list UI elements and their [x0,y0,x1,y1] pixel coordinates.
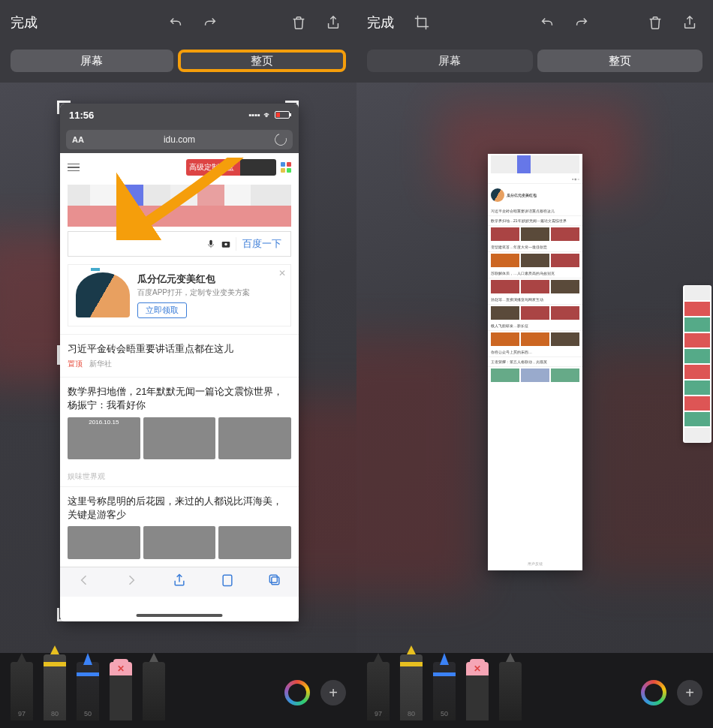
list-item: 你在公众号上买的东西… [488,347,582,357]
marker-tool[interactable]: 80 [44,654,66,720]
right-pane: 完成 屏幕 整页 ● ◉ ○ 瓜分亿元变美红包 习近平金砖会晤重要讲话重点都在这… [356,0,713,728]
clock: 11:56 [69,110,94,121]
tab-screen[interactable]: 屏幕 [11,50,173,72]
svg-point-2 [224,243,227,246]
page-minimap[interactable] [683,285,711,443]
news-title: 这里号称昆明的后花园，来过的人都说比洱海美，关键是游客少 [68,495,291,522]
signal-icon: ▪▪▪▪ [248,110,260,119]
tab-fullpage[interactable]: 整页 [537,50,703,72]
footer-text: 用户反馈 [488,557,582,570]
list-item: 变型建筑首…年度大赏—最佳创意 [488,242,582,252]
undo-icon[interactable] [534,10,560,35]
feed-section-label: 娱味世界观 [60,467,299,486]
top-toolbar: 完成 [0,0,356,45]
logo-blurred [68,185,291,227]
news-title: 习近平金砖会晤重要讲话重点都在这儿 [68,342,291,356]
mic-icon[interactable] [206,239,216,249]
news-source: 新华社 [89,359,112,368]
share-icon[interactable] [172,573,187,591]
crop-icon[interactable] [409,10,435,35]
tab-screen[interactable]: 屏幕 [367,50,533,72]
list-item: 孙赵等…直接演播室与网友互动 [488,295,582,305]
list-item: 习近平金砖会晤重要讲话重点都在这儿 [488,206,582,216]
svg-rect-0 [209,240,212,245]
back-icon[interactable] [77,573,92,591]
promo-card[interactable]: ✕ 瓜分亿元变美红包 百度APP打开，定制专业变美方案 立即领取 [68,264,291,326]
color-picker[interactable] [284,680,310,705]
eraser-tool[interactable]: ✕ [110,662,132,720]
news-thumbnails [68,417,291,459]
eraser-tool[interactable]: ✕ [466,662,489,720]
markup-tools: 97 80 50 ✕ + [356,653,713,728]
svg-rect-4 [272,577,279,585]
status-bar: 11:56 ▪▪▪▪ ᯤ [60,104,299,126]
bookmarks-icon[interactable] [220,573,235,591]
fullpage-preview[interactable]: ● ◉ ○ 瓜分亿元变美红包 习近平金砖会晤重要讲话重点都在这儿 数学界扫地…2… [488,154,582,570]
done-button[interactable]: 完成 [11,14,38,32]
trash-icon[interactable] [286,10,311,35]
highlighter-tool[interactable]: 50 [77,662,99,720]
wifi-icon: ᯤ [263,110,272,119]
menu-icon[interactable] [68,164,80,172]
list-item: 数学界扫地…21年默默无闻一篇论文震惊世界 [488,216,582,226]
tab-fullpage[interactable]: 整页 [178,50,347,72]
share-icon[interactable] [320,10,346,35]
safari-toolbar [60,567,299,597]
left-pane: 完成 屏幕 整页 11:56 ▪▪▪▪ ᯤ [0,0,356,728]
marker-tool[interactable]: 80 [400,654,423,720]
trash-icon[interactable] [642,10,668,35]
browser-url-bar: AA idu.com [60,126,299,153]
tabs-icon[interactable] [267,573,282,591]
news-item[interactable]: 这里号称昆明的后花园，来过的人都说比洱海美，关键是游客少 [60,486,299,567]
undo-icon[interactable] [163,10,188,35]
top-toolbar: 完成 [356,0,713,45]
news-item[interactable]: 习近平金砖会晤重要讲话重点都在这儿 置顶 新华社 [60,334,299,377]
home-indicator [137,614,223,617]
battery-icon [275,111,290,119]
url-text: idu.com [90,134,269,145]
news-title: 数学界扫地僧，21年默默无闻一篇论文震惊世界，杨振宁：我看好你 [68,385,291,412]
promo-title: 瓜分亿元变美红包 [137,272,283,286]
reload-icon[interactable] [272,131,289,148]
list-item: 苏联解体后，…人口素质高的乌兹别克 [488,269,582,278]
search-box[interactable]: 百度一下 [68,231,291,257]
redo-icon[interactable] [197,10,223,35]
promo-subtitle: 百度APP打开，定制专业变美方案 [137,287,283,298]
text-size-icon: AA [72,135,84,144]
list-item: 王者荣耀：第五人格联动，光猫英 [488,357,582,367]
add-button[interactable]: + [677,680,702,705]
search-button[interactable]: 百度一下 [236,237,287,251]
segmented-control: 屏幕 整页 [356,45,713,83]
pin-badge: 置顶 [68,359,83,368]
list-item: 载人飞船研发…新长征 [488,321,582,331]
add-button[interactable]: + [320,680,346,705]
apps-icon[interactable] [281,162,291,173]
markup-tools: 97 80 50 ✕ + [0,653,356,728]
promo-banner[interactable]: 高级定制礼盒 [186,159,276,176]
logo-blurred [491,155,579,173]
screenshot-preview: 11:56 ▪▪▪▪ ᯤ AA idu.com 高级定制礼盒 [60,104,299,621]
pen-tool[interactable]: 97 [11,662,33,720]
pen-tool[interactable]: 97 [367,662,390,720]
redo-icon[interactable] [569,10,594,35]
editor-canvas: ● ◉ ○ 瓜分亿元变美红包 习近平金砖会晤重要讲话重点都在这儿 数学界扫地…2… [356,83,713,728]
editor-canvas: 11:56 ▪▪▪▪ ᯤ AA idu.com 高级定制礼盒 [0,83,356,728]
highlighter-tool[interactable]: 50 [433,662,456,720]
forward-icon[interactable] [124,573,139,591]
done-button[interactable]: 完成 [367,14,394,32]
share-icon[interactable] [677,10,702,35]
news-thumbnails [68,526,291,559]
url-field[interactable]: AA idu.com [66,130,293,149]
color-picker[interactable] [641,680,666,705]
pencil-tool[interactable] [499,662,522,720]
promo-cta-button[interactable]: 立即领取 [137,302,187,318]
page-header: 高级定制礼盒 [60,153,299,182]
pencil-tool[interactable] [143,662,165,720]
segmented-control: 屏幕 整页 [0,45,356,83]
svg-rect-3 [223,576,232,586]
svg-rect-5 [270,576,278,583]
promo-illustration [76,272,130,317]
news-item[interactable]: 数学界扫地僧，21年默默无闻一篇论文震惊世界，杨振宁：我看好你 [60,377,299,466]
camera-icon[interactable] [221,239,231,249]
close-icon[interactable]: ✕ [278,268,286,278]
